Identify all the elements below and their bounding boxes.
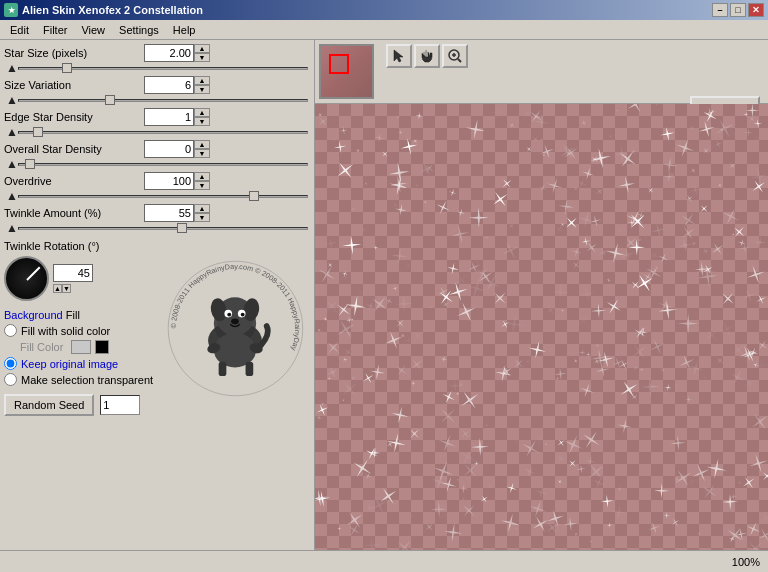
fill-solid-row: Fill with solid color <box>4 324 153 337</box>
app-icon: ★ <box>4 3 18 17</box>
star-size-down[interactable]: ▼ <box>194 53 210 62</box>
menu-bar: Edit Filter View Settings Help <box>0 20 768 40</box>
fill-color-swatch[interactable] <box>71 340 91 354</box>
edge-density-up[interactable]: ▲ <box>194 108 210 117</box>
twinkle-amount-spinner[interactable]: ▲ ▼ <box>194 204 210 222</box>
overall-density-slider[interactable] <box>18 163 308 166</box>
menu-settings[interactable]: Settings <box>113 22 165 38</box>
maximize-button[interactable]: □ <box>730 3 746 17</box>
transparent-row: Make selection transparent <box>4 373 153 386</box>
overall-density-block: Overall Star Density ▲ ▼ ▲ <box>4 140 310 170</box>
close-button[interactable]: ✕ <box>748 3 764 17</box>
preview-header <box>315 40 768 104</box>
hand-tool-button[interactable] <box>414 44 440 68</box>
overall-density-up[interactable]: ▲ <box>194 140 210 149</box>
edge-density-slider[interactable] <box>18 131 308 134</box>
background-fill-section: Background Fill Fill with solid color Fi… <box>4 309 153 386</box>
fill-color-row: Fill Color <box>4 340 153 354</box>
random-seed-input[interactable] <box>100 395 140 415</box>
star-size-up[interactable]: ▲ <box>194 44 210 53</box>
star-size-input[interactable] <box>144 44 194 62</box>
twinkle-rotation-spinner[interactable]: ▲ ▼ <box>53 284 69 293</box>
svg-point-10 <box>241 312 245 316</box>
edge-density-spinner[interactable]: ▲ ▼ <box>194 108 210 126</box>
size-variation-label: Size Variation <box>4 79 144 91</box>
twinkle-rotation-up[interactable]: ▲ <box>53 284 62 293</box>
star-size-spinner[interactable]: ▲ ▼ <box>194 44 210 62</box>
twinkle-rotation-input[interactable] <box>53 264 93 282</box>
right-panel: OK Cancel <box>315 40 768 550</box>
twinkle-amount-down[interactable]: ▼ <box>194 213 210 222</box>
thumbnail-selection <box>329 54 349 74</box>
zoom-tool-button[interactable] <box>442 44 468 68</box>
overdrive-block: Overdrive ▲ ▼ ▲ <box>4 172 310 202</box>
size-variation-up[interactable]: ▲ <box>194 76 210 85</box>
svg-line-19 <box>458 59 461 62</box>
menu-filter[interactable]: Filter <box>37 22 73 38</box>
overdrive-down[interactable]: ▼ <box>194 181 210 190</box>
menu-help[interactable]: Help <box>167 22 202 38</box>
minimize-button[interactable]: – <box>712 3 728 17</box>
star-size-tri: ▲ <box>6 62 18 74</box>
transparent-radio[interactable] <box>4 373 17 386</box>
twinkle-rotation-label: Twinkle Rotation (°) <box>4 240 153 252</box>
overall-density-down[interactable]: ▼ <box>194 149 210 158</box>
main-layout: Star Size (pixels) ▲ ▼ ▲ Size Variation <box>0 40 768 550</box>
random-seed-row: Random Seed <box>4 394 153 416</box>
svg-point-9 <box>227 312 231 316</box>
size-variation-down[interactable]: ▼ <box>194 85 210 94</box>
bg-title-black: Fill <box>66 309 80 321</box>
size-variation-slider[interactable] <box>18 99 308 102</box>
svg-rect-14 <box>246 361 254 375</box>
twinkle-amount-block: Twinkle Amount (%) ▲ ▼ ▲ <box>4 204 310 234</box>
overdrive-slider[interactable] <box>18 195 308 198</box>
random-seed-button[interactable]: Random Seed <box>4 394 94 416</box>
zoom-level: 100% <box>732 556 760 568</box>
menu-edit[interactable]: Edit <box>4 22 35 38</box>
overall-density-tri: ▲ <box>6 158 18 170</box>
size-variation-spinner[interactable]: ▲ ▼ <box>194 76 210 94</box>
fill-color-swatch-dark[interactable] <box>95 340 109 354</box>
twinkle-amount-input[interactable] <box>144 204 194 222</box>
overall-density-spinner[interactable]: ▲ ▼ <box>194 140 210 158</box>
size-variation-input[interactable] <box>144 76 194 94</box>
pointer-tool-button[interactable] <box>386 44 412 68</box>
status-bar: 100% <box>0 550 768 572</box>
overall-density-input[interactable] <box>144 140 194 158</box>
overdrive-label: Overdrive <box>4 175 144 187</box>
star-size-block: Star Size (pixels) ▲ ▼ ▲ <box>4 44 310 74</box>
keep-original-label: Keep original image <box>21 358 118 370</box>
fill-color-label: Fill Color <box>20 341 63 353</box>
edge-density-block: Edge Star Density ▲ ▼ ▲ <box>4 108 310 138</box>
zoom-icon <box>447 48 463 64</box>
star-size-label: Star Size (pixels) <box>4 47 144 59</box>
fill-solid-radio[interactable] <box>4 324 17 337</box>
keep-original-radio[interactable] <box>4 357 17 370</box>
menu-view[interactable]: View <box>75 22 111 38</box>
overdrive-up[interactable]: ▲ <box>194 172 210 181</box>
twinkle-rotation-down[interactable]: ▼ <box>62 284 71 293</box>
twinkle-dial[interactable] <box>4 256 49 301</box>
edge-density-down[interactable]: ▼ <box>194 117 210 126</box>
size-variation-tri: ▲ <box>6 94 18 106</box>
left-panel: Star Size (pixels) ▲ ▼ ▲ Size Variation <box>0 40 315 550</box>
overdrive-input[interactable] <box>144 172 194 190</box>
preview-canvas[interactable] <box>315 104 768 550</box>
twinkle-amount-up[interactable]: ▲ <box>194 204 210 213</box>
effect-canvas <box>315 104 768 550</box>
hand-icon <box>419 48 435 64</box>
fill-solid-label: Fill with solid color <box>21 325 110 337</box>
twinkle-amount-label: Twinkle Amount (%) <box>4 207 144 219</box>
star-size-slider[interactable] <box>18 67 308 70</box>
twinkle-amount-slider[interactable] <box>18 227 308 230</box>
svg-point-11 <box>231 318 239 324</box>
window-title: Alien Skin Xenofex 2 Constellation <box>22 4 203 16</box>
keep-original-row: Keep original image <box>4 357 153 370</box>
edge-density-input[interactable] <box>144 108 194 126</box>
size-variation-block: Size Variation ▲ ▼ ▲ <box>4 76 310 106</box>
overdrive-spinner[interactable]: ▲ ▼ <box>194 172 210 190</box>
overall-density-label: Overall Star Density <box>4 143 144 155</box>
overdrive-tri: ▲ <box>6 190 18 202</box>
pointer-icon <box>391 48 407 64</box>
svg-rect-13 <box>219 361 227 375</box>
